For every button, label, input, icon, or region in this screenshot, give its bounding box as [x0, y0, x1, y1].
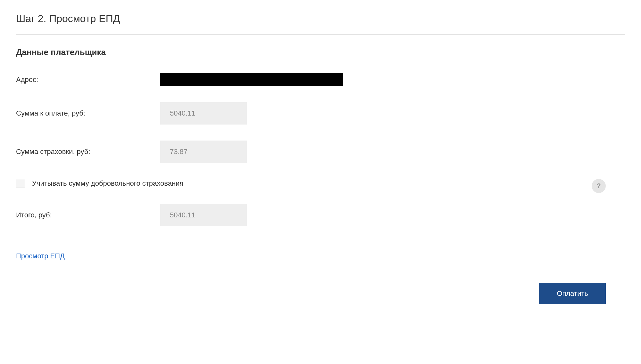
amount-row: Сумма к оплате, руб: 5040.11: [16, 102, 625, 125]
insurance-label: Сумма страховки, руб:: [16, 148, 160, 156]
view-epd-link[interactable]: Просмотр ЕПД: [16, 252, 65, 260]
help-icon[interactable]: ?: [592, 179, 606, 193]
total-label: Итого, руб:: [16, 211, 160, 219]
amount-label: Сумма к оплате, руб:: [16, 109, 160, 117]
divider: [16, 270, 625, 270]
insurance-checkbox-row: Учитывать сумму добровольного страховани…: [16, 179, 625, 188]
total-row: Итого, руб: 5040.11: [16, 204, 625, 226]
total-field: 5040.11: [160, 204, 247, 226]
step-title: Шаг 2. Просмотр ЕПД: [16, 13, 625, 35]
button-row: Оплатить: [16, 283, 625, 304]
insurance-checkbox-label: Учитывать сумму добровольного страховани…: [32, 179, 183, 188]
insurance-row: Сумма страховки, руб: 73.87: [16, 141, 625, 163]
amount-field: 5040.11: [160, 102, 247, 125]
pay-button[interactable]: Оплатить: [539, 283, 606, 304]
section-title: Данные плательщика: [16, 47, 625, 57]
insurance-checkbox[interactable]: [16, 179, 25, 188]
address-row: Адрес:: [16, 73, 625, 86]
address-label: Адрес:: [16, 76, 160, 84]
insurance-field: 73.87: [160, 141, 247, 163]
address-value-redacted: [160, 73, 343, 86]
